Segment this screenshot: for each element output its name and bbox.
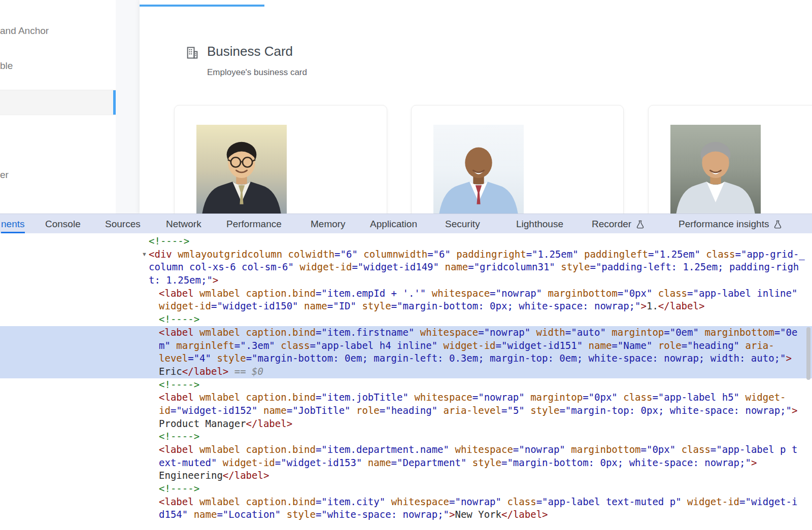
syntax-value: ="item.department.name": [316, 444, 449, 455]
sidebar-selected-item[interactable]: [0, 90, 116, 115]
devtools-tab-sources[interactable]: Sources: [105, 214, 141, 234]
dom-node-selected[interactable]: Eric</label> == $0: [0, 365, 812, 378]
syntax-text: [682, 496, 687, 507]
employee-card[interactable]: [648, 105, 812, 214]
devtools-tab-memory[interactable]: Memory: [311, 214, 346, 234]
page-title: Business Card: [207, 44, 293, 59]
syntax-value: ="6": [334, 249, 358, 260]
devtools-tab-performance[interactable]: Performance: [226, 214, 282, 234]
tab-label: Application: [370, 219, 417, 229]
syntax-tag: <label: [159, 392, 199, 403]
dom-node-line[interactable]: <!---->: [0, 235, 812, 248]
dom-node-selected[interactable]: m" marginleft=".3em" class="app-label h4…: [0, 339, 812, 352]
syntax-tag: >: [792, 405, 797, 416]
employee-card[interactable]: [174, 105, 387, 214]
devtools-tab-network[interactable]: Network: [166, 214, 201, 234]
tab-label: Network: [166, 219, 201, 229]
devtools-tab-console[interactable]: Console: [45, 214, 81, 234]
dom-node-line[interactable]: column col-xs-6 col-sm-6" widget-id="wid…: [0, 261, 812, 274]
syntax-tag: </label>: [501, 509, 548, 520]
syntax-attribute: level: [159, 352, 188, 364]
dom-node-line[interactable]: <!---->: [0, 313, 812, 326]
syntax-text: [501, 496, 507, 507]
devtools-tab-application[interactable]: Application: [370, 214, 417, 234]
dom-node-line[interactable]: <!---->: [0, 430, 812, 443]
devtools-tab-lighthouse[interactable]: Lighthouse: [516, 214, 563, 234]
syntax-text: New York: [455, 509, 501, 520]
syntax-text: [652, 288, 658, 299]
syntax-comment: <!---->: [159, 431, 199, 442]
devtools-tab-recorder[interactable]: Recorder: [592, 214, 645, 234]
syntax-attribute: name: [445, 261, 468, 272]
devtools-tab-security[interactable]: Security: [445, 214, 480, 234]
devtools-tab-performance-insights[interactable]: Performance insights: [679, 214, 783, 234]
syntax-value: ="widget-i: [739, 496, 797, 507]
syntax-attribute: whitespace: [455, 444, 513, 455]
dom-node-line[interactable]: <label wmlabel caption.bind="item.city" …: [0, 496, 812, 509]
dom-node-line[interactable]: id="widget-id152" name="JobTitle" role="…: [0, 404, 812, 417]
elements-tree[interactable]: <!---->▼<div wmlayoutgridcolumn colwidth…: [0, 233, 812, 530]
syntax-text: [542, 288, 548, 299]
dom-node-selected[interactable]: <label wmlabel caption.bind="item.firstn…: [0, 326, 812, 339]
syntax-tag: </label>: [182, 366, 229, 377]
flask-icon: [631, 219, 645, 229]
syntax-value: ="Department": [391, 457, 467, 468]
dom-node-line[interactable]: t: 1.25em;">: [0, 274, 812, 287]
syntax-attribute: caption.bind: [246, 327, 316, 338]
dom-node-selected[interactable]: level="4" style="margin-bottom: 0em; mar…: [0, 352, 812, 365]
tab-label: Console: [45, 219, 81, 229]
syntax-text: [281, 509, 286, 520]
dom-node-line[interactable]: ▼<div wmlayoutgridcolumn colwidth="6" co…: [0, 248, 812, 261]
employee-card[interactable]: [411, 105, 624, 214]
dom-node-line[interactable]: ext-muted" widget-id="widget-id153" name…: [0, 456, 812, 470]
dom-node-line[interactable]: <label wmlabel caption.bind="item.depart…: [0, 443, 812, 456]
syntax-text: [439, 261, 445, 272]
syntax-tag: </label>: [246, 418, 293, 429]
syntax-attribute: caption.bind: [246, 444, 316, 455]
syntax-value: ="0px": [641, 444, 676, 455]
dom-node-line[interactable]: <!---->: [0, 378, 812, 392]
scrollbar-thumb[interactable]: [806, 327, 810, 380]
sidebar-item[interactable]: and Anchor: [0, 25, 116, 37]
syntax-attribute: wmlabel: [199, 288, 240, 299]
syntax-tag: >: [213, 274, 218, 286]
syntax-attribute: name: [589, 340, 612, 351]
sidebar-item[interactable]: ble: [0, 60, 116, 72]
dom-node-line[interactable]: <label wmlabel caption.bind="item.empId …: [0, 287, 812, 300]
syntax-value: ="nowrap": [478, 327, 530, 338]
syntax-value: ="nowrap": [513, 444, 565, 455]
syntax-attribute: whitespace: [432, 288, 490, 299]
dom-node-line[interactable]: Engineering</label>: [0, 469, 812, 482]
syntax-attribute: caption.bind: [246, 392, 316, 403]
syntax-attribute: style: [217, 352, 246, 364]
dom-node-line[interactable]: <!---->: [0, 482, 812, 496]
syntax-text: [240, 496, 246, 507]
dom-node-line[interactable]: d154" name="Location" style="white-space…: [0, 508, 812, 521]
syntax-value: ="heading": [380, 405, 437, 416]
syntax-value: ="nowrap": [490, 288, 542, 299]
syntax-text: [606, 327, 612, 338]
syntax-value: ="item.firstname": [316, 327, 414, 338]
syntax-text: [555, 261, 561, 272]
syntax-text: [700, 249, 706, 260]
syntax-text: [579, 249, 584, 260]
sidebar-item[interactable]: er: [0, 169, 116, 181]
syntax-attribute: marginleft: [176, 340, 234, 351]
expand-arrow-icon[interactable]: ▼: [142, 248, 147, 261]
syntax-tag: </label>: [658, 300, 705, 311]
syntax-attribute: marginbottom: [548, 288, 617, 299]
syntax-attribute: class: [682, 444, 710, 455]
dom-node-line[interactable]: Product Manager</label>: [0, 417, 812, 431]
syntax-attribute: style: [530, 405, 559, 416]
syntax-attribute: style: [472, 457, 501, 468]
syntax-text: [217, 457, 222, 468]
syntax-value: =".3em": [234, 340, 275, 351]
devtools-tab-nents[interactable]: nents: [1, 214, 24, 234]
dom-node-line[interactable]: widget-id="widget-id150" name="ID" style…: [0, 300, 812, 313]
syntax-value: ="app-label text-muted p": [536, 496, 682, 507]
syntax-text: [652, 340, 658, 351]
dom-node-line[interactable]: <label wmlabel caption.bind="item.jobTit…: [0, 391, 812, 404]
syntax-value: ="margin-bottom: 0em; margin-left: 0.3em…: [246, 352, 786, 364]
tab-label: Performance: [226, 219, 282, 229]
syntax-value: ="item.empId + '.'": [316, 288, 426, 299]
